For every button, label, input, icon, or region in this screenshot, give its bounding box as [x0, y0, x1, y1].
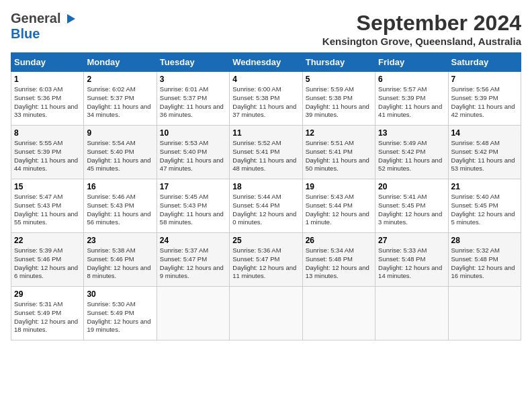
cell-info: Sunrise: 5:54 AMSunset: 5:40 PMDaylight:…: [87, 139, 150, 172]
day-number: 3: [160, 75, 226, 84]
cell-info: Sunrise: 5:45 AMSunset: 5:43 PMDaylight:…: [160, 193, 224, 226]
calendar-cell: 16Sunrise: 5:46 AMSunset: 5:43 PMDayligh…: [84, 179, 157, 233]
calendar-cell: 1Sunrise: 6:03 AMSunset: 5:36 PMDaylight…: [11, 72, 84, 126]
day-number: 5: [306, 75, 372, 84]
col-monday: Monday: [84, 53, 157, 72]
cell-info: Sunrise: 6:02 AMSunset: 5:37 PMDaylight:…: [87, 85, 150, 118]
day-number: 30: [87, 289, 153, 299]
day-number: 15: [14, 182, 81, 191]
cell-info: Sunrise: 5:41 AMSunset: 5:45 PMDaylight:…: [378, 193, 442, 226]
month-title: September 2024: [322, 11, 521, 36]
cell-info: Sunrise: 6:00 AMSunset: 5:38 PMDaylight:…: [232, 85, 296, 118]
cell-info: Sunrise: 5:53 AMSunset: 5:40 PMDaylight:…: [160, 139, 224, 172]
logo: General Blue: [11, 11, 77, 42]
col-tuesday: Tuesday: [157, 53, 229, 72]
calendar-cell: 14Sunrise: 5:48 AMSunset: 5:42 PMDayligh…: [448, 126, 521, 179]
cell-info: Sunrise: 5:38 AMSunset: 5:46 PMDaylight:…: [87, 246, 150, 279]
day-number: 10: [160, 128, 226, 138]
day-number: 1: [14, 75, 81, 84]
calendar-cell: 6Sunrise: 5:57 AMSunset: 5:39 PMDaylight…: [375, 72, 448, 126]
calendar-cell: [448, 287, 521, 340]
calendar-cell: 28Sunrise: 5:32 AMSunset: 5:48 PMDayligh…: [448, 233, 521, 287]
calendar-cell: 2Sunrise: 6:02 AMSunset: 5:37 PMDaylight…: [84, 72, 157, 126]
calendar-cell: [302, 287, 375, 340]
day-number: 25: [232, 236, 299, 245]
cell-info: Sunrise: 5:43 AMSunset: 5:44 PMDaylight:…: [306, 193, 369, 226]
cell-info: Sunrise: 5:52 AMSunset: 5:41 PMDaylight:…: [232, 139, 296, 172]
day-number: 19: [306, 182, 372, 191]
calendar-table: Sunday Monday Tuesday Wednesday Thursday…: [11, 52, 521, 340]
calendar-cell: 11Sunrise: 5:52 AMSunset: 5:41 PMDayligh…: [230, 126, 302, 179]
cell-info: Sunrise: 5:55 AMSunset: 5:39 PMDaylight:…: [14, 139, 78, 172]
cell-info: Sunrise: 6:03 AMSunset: 5:36 PMDaylight:…: [14, 85, 78, 118]
cell-info: Sunrise: 5:57 AMSunset: 5:39 PMDaylight:…: [378, 85, 442, 118]
cell-info: Sunrise: 5:48 AMSunset: 5:42 PMDaylight:…: [451, 139, 515, 172]
location-title: Kensington Grove, Queensland, Australia: [322, 36, 521, 47]
calendar-cell: 18Sunrise: 5:44 AMSunset: 5:44 PMDayligh…: [230, 179, 302, 233]
calendar-cell: 17Sunrise: 5:45 AMSunset: 5:43 PMDayligh…: [157, 179, 229, 233]
cell-info: Sunrise: 5:51 AMSunset: 5:41 PMDaylight:…: [306, 139, 369, 172]
calendar-cell: 26Sunrise: 5:34 AMSunset: 5:48 PMDayligh…: [302, 233, 375, 287]
calendar-cell: 21Sunrise: 5:40 AMSunset: 5:45 PMDayligh…: [448, 179, 521, 233]
day-number: 9: [87, 128, 153, 138]
title-block: September 2024 Kensington Grove, Queensl…: [322, 11, 521, 47]
cell-info: Sunrise: 5:37 AMSunset: 5:47 PMDaylight:…: [160, 246, 224, 279]
day-number: 17: [160, 182, 226, 191]
calendar-cell: 4Sunrise: 6:00 AMSunset: 5:38 PMDaylight…: [230, 72, 302, 126]
cell-info: Sunrise: 5:31 AMSunset: 5:49 PMDaylight:…: [14, 300, 78, 333]
day-number: 23: [87, 236, 153, 245]
col-thursday: Thursday: [302, 53, 375, 72]
calendar-cell: 29Sunrise: 5:31 AMSunset: 5:49 PMDayligh…: [11, 287, 84, 340]
cell-info: Sunrise: 6:01 AMSunset: 5:37 PMDaylight:…: [160, 85, 224, 118]
calendar-cell: [230, 287, 302, 340]
day-number: 4: [232, 75, 299, 84]
logo-triangle-icon: [62, 11, 77, 26]
col-wednesday: Wednesday: [230, 53, 302, 72]
calendar-cell: 3Sunrise: 6:01 AMSunset: 5:37 PMDaylight…: [157, 72, 229, 126]
day-number: 16: [87, 182, 153, 191]
logo-blue: Blue: [11, 26, 40, 41]
cell-info: Sunrise: 5:49 AMSunset: 5:42 PMDaylight:…: [378, 139, 442, 172]
col-saturday: Saturday: [448, 53, 521, 72]
day-number: 12: [306, 128, 372, 138]
calendar-cell: 24Sunrise: 5:37 AMSunset: 5:47 PMDayligh…: [157, 233, 229, 287]
cell-info: Sunrise: 5:59 AMSunset: 5:38 PMDaylight:…: [306, 85, 369, 118]
calendar-cell: 10Sunrise: 5:53 AMSunset: 5:40 PMDayligh…: [157, 126, 229, 179]
col-friday: Friday: [375, 53, 448, 72]
calendar-week-5: 29Sunrise: 5:31 AMSunset: 5:49 PMDayligh…: [11, 287, 521, 340]
calendar-cell: 27Sunrise: 5:33 AMSunset: 5:48 PMDayligh…: [375, 233, 448, 287]
day-number: 11: [232, 128, 299, 138]
calendar-week-4: 22Sunrise: 5:39 AMSunset: 5:46 PMDayligh…: [11, 233, 521, 287]
cell-info: Sunrise: 5:40 AMSunset: 5:45 PMDaylight:…: [451, 193, 515, 226]
day-number: 26: [306, 236, 372, 245]
cell-info: Sunrise: 5:47 AMSunset: 5:43 PMDaylight:…: [14, 193, 78, 226]
day-number: 27: [378, 236, 445, 245]
day-number: 22: [14, 236, 81, 245]
calendar-cell: 7Sunrise: 5:56 AMSunset: 5:39 PMDaylight…: [448, 72, 521, 126]
cell-info: Sunrise: 5:36 AMSunset: 5:47 PMDaylight:…: [232, 246, 296, 279]
cell-info: Sunrise: 5:46 AMSunset: 5:43 PMDaylight:…: [87, 193, 150, 226]
day-number: 6: [378, 75, 445, 84]
cell-info: Sunrise: 5:39 AMSunset: 5:46 PMDaylight:…: [14, 246, 78, 279]
page-header: General Blue September 2024 Kensington G…: [11, 11, 521, 47]
day-number: 18: [232, 182, 299, 191]
calendar-cell: [375, 287, 448, 340]
day-number: 7: [451, 75, 518, 84]
calendar-week-3: 15Sunrise: 5:47 AMSunset: 5:43 PMDayligh…: [11, 179, 521, 233]
day-number: 24: [160, 236, 226, 245]
cell-info: Sunrise: 5:32 AMSunset: 5:48 PMDaylight:…: [451, 246, 515, 279]
day-number: 14: [451, 128, 518, 138]
day-number: 21: [451, 182, 518, 191]
day-number: 8: [14, 128, 81, 138]
day-number: 2: [87, 75, 153, 84]
calendar-cell: 22Sunrise: 5:39 AMSunset: 5:46 PMDayligh…: [11, 233, 84, 287]
header-row: Sunday Monday Tuesday Wednesday Thursday…: [11, 53, 521, 72]
calendar-cell: 12Sunrise: 5:51 AMSunset: 5:41 PMDayligh…: [302, 126, 375, 179]
calendar-cell: 15Sunrise: 5:47 AMSunset: 5:43 PMDayligh…: [11, 179, 84, 233]
day-number: 13: [378, 128, 445, 138]
svg-marker-0: [67, 14, 75, 24]
col-sunday: Sunday: [11, 53, 84, 72]
day-number: 28: [451, 236, 518, 245]
calendar-cell: 9Sunrise: 5:54 AMSunset: 5:40 PMDaylight…: [84, 126, 157, 179]
day-number: 20: [378, 182, 445, 191]
